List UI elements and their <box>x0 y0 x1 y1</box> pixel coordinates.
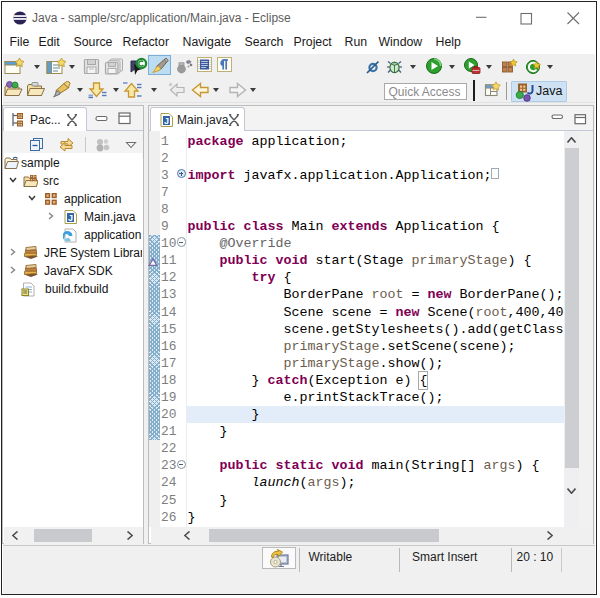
svg-text:J: J <box>68 212 73 222</box>
svg-text:J: J <box>163 115 168 125</box>
